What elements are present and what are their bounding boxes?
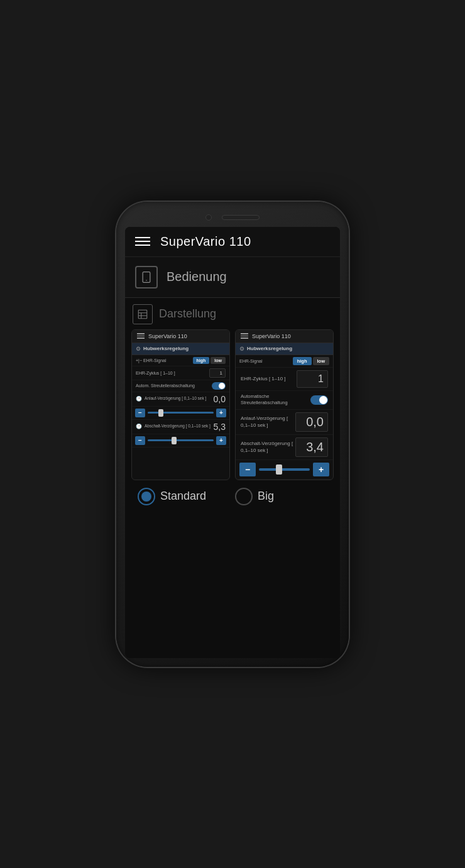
darstellung-icon [133, 304, 153, 324]
app-header: SuperVario 110 [125, 227, 340, 257]
standard-anlauf-row: 🕐 Anlauf-Verzögerung [ 0,1–10 sek ] 0,0 [132, 392, 229, 407]
big-hubwerk-section: ⚙ Hubwerksregelung [236, 343, 333, 355]
phone-device: SuperVario 110 Bedienung D [116, 202, 349, 667]
standard-autom-label: Autom. Streutellerabschaltung [136, 383, 209, 388]
standard-ehr-zyklus-row: EHR-Zyklus [ 1–10 ] 1 [132, 366, 229, 380]
app-title: SuperVario 110 [160, 234, 251, 249]
big-zyklus-input[interactable]: 1 [297, 370, 328, 388]
big-abschalt-value: 3,4 [295, 437, 328, 457]
big-slider-track[interactable] [259, 468, 310, 471]
standard-ehr-signal-row: +|− EHR-Signal high low [132, 355, 229, 366]
big-wrench-icon: ⚙ [239, 346, 244, 352]
big-hamburger-icon [241, 333, 248, 339]
standard-anlauf-label: Anlauf-Verzögerung [ 0,1–10 sek ] [145, 396, 211, 401]
big-abschalt-row: Abschalt-Verzögerung [ 0,1–10 sek ] 3,4 [236, 435, 333, 460]
big-anlauf-row: Anlauf-Verzögerung [ 0,1–10 sek ] 0,0 [236, 410, 333, 435]
big-card-title: SuperVario 110 [252, 333, 291, 339]
big-card: SuperVario 110 ⚙ Hubwerksregelung EHR-Si… [235, 329, 334, 480]
standard-card-header: SuperVario 110 [132, 330, 229, 343]
big-low-btn[interactable]: low [313, 357, 330, 365]
standard-section-title: Hubwerksregelung [143, 346, 189, 351]
mini-clock-icon-1: 🕐 [136, 396, 142, 402]
big-zyklus-label: EHR-Zyklus [ 1–10 ] [241, 375, 286, 382]
big-high-btn[interactable]: high [293, 357, 312, 365]
big-zyklus-row: EHR-Zyklus [ 1–10 ] 1 [236, 368, 333, 391]
standard-abschalt-label: Abschalt-Verzögerung [ 0,1–10 sek ] [145, 424, 211, 429]
standard-anlauf-plus[interactable]: + [216, 409, 226, 417]
big-anlauf-value: 0,0 [295, 412, 328, 432]
standard-radio[interactable] [138, 488, 155, 505]
big-ehr-btn-group: high low [293, 357, 329, 365]
mini-hamburger-icon [137, 333, 145, 339]
big-option[interactable]: Big [235, 488, 274, 505]
big-ehr-signal-row: EHR-Signal high low [236, 355, 333, 368]
standard-card: SuperVario 110 ⚙ Hubwerksregelung +|− EH… [131, 329, 230, 480]
menu-icon[interactable] [135, 237, 150, 246]
standard-ehr-label: +|− EHR-Signal [136, 358, 190, 363]
standard-abschalt-minus[interactable]: − [135, 436, 145, 445]
standard-anlauf-thumb [158, 409, 163, 417]
standard-abschalt-plus[interactable]: + [216, 436, 226, 445]
big-radio[interactable] [235, 488, 253, 505]
display-options-row: Standard Big [125, 480, 340, 513]
standard-high-btn[interactable]: high [193, 357, 210, 364]
darstellung-title: Darstellung [159, 307, 216, 321]
big-slider-thumb [276, 464, 282, 475]
mini-clock-icon-2: 🕐 [136, 424, 142, 429]
standard-abschalt-slider-row: − + [132, 434, 229, 448]
mini-wrench-icon: ⚙ [136, 346, 141, 352]
standard-abschalt-thumb [172, 437, 177, 444]
standard-card-title: SuperVario 110 [148, 333, 187, 339]
phone-camera [205, 214, 212, 221]
standard-ehr-btn-group: high low [193, 357, 226, 364]
standard-abschalt-row: 🕐 Abschalt-Verzögerung [ 0,1–10 sek ] 5,… [132, 420, 229, 434]
big-autom-toggle[interactable] [310, 395, 328, 405]
svg-rect-2 [138, 310, 147, 319]
section-title: Bedienung [167, 270, 227, 284]
standard-hubwerk-section: ⚙ Hubwerksregelung [132, 343, 229, 355]
big-minus-btn[interactable]: − [239, 463, 256, 476]
phone-top-bar [125, 211, 340, 227]
standard-abschalt-value: 5,3 [214, 422, 226, 432]
big-autom-label: Automatische Streutellerabschaltung [241, 393, 308, 407]
standard-autom-toggle[interactable] [212, 382, 226, 390]
smartphone-icon [135, 266, 158, 288]
phone-speaker [222, 215, 260, 220]
big-anlauf-label: Anlauf-Verzögerung [ 0,1–10 sek ] [241, 415, 295, 429]
big-plus-btn[interactable]: + [313, 463, 329, 476]
darstellung-header: Darstellung [125, 298, 340, 329]
phone-screen: SuperVario 110 Bedienung D [125, 227, 340, 658]
big-card-header: SuperVario 110 [236, 330, 333, 343]
standard-zyklus-input[interactable]: 1 [209, 368, 226, 378]
standard-zyklus-label: EHR-Zyklus [ 1–10 ] [136, 371, 207, 375]
standard-label: Standard [160, 490, 206, 503]
standard-anlauf-value: 0,0 [214, 394, 226, 404]
big-label: Big [258, 490, 274, 503]
standard-autom-row: Autom. Streutellerabschaltung [132, 380, 229, 392]
cards-container: SuperVario 110 ⚙ Hubwerksregelung +|− EH… [125, 329, 340, 480]
standard-low-btn[interactable]: low [211, 357, 226, 364]
big-section-title: Hubwerksregelung [247, 346, 292, 351]
big-slider-row: − + [236, 460, 333, 480]
standard-option[interactable]: Standard [138, 488, 206, 505]
section-header: Bedienung [125, 257, 340, 298]
standard-abschalt-slider[interactable] [148, 439, 214, 441]
standard-anlauf-minus[interactable]: − [135, 409, 145, 417]
standard-anlauf-slider[interactable] [148, 412, 214, 414]
big-ehr-label: EHR-Signal [239, 359, 290, 363]
big-autom-row: Automatische Streutellerabschaltung [236, 391, 333, 410]
standard-anlauf-slider-row: − + [132, 407, 229, 420]
svg-rect-0 [143, 272, 150, 282]
big-abschalt-label: Abschalt-Verzögerung [ 0,1–10 sek ] [241, 440, 295, 454]
